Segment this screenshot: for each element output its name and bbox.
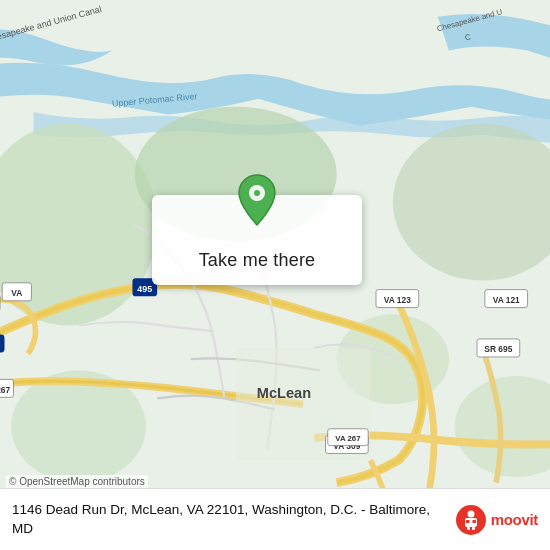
svg-rect-39 (472, 527, 475, 530)
svg-point-36 (467, 510, 474, 517)
svg-text:McLean: McLean (257, 385, 311, 401)
svg-rect-38 (467, 527, 470, 530)
svg-text:495: 495 (137, 284, 152, 294)
take-me-there-label: Take me there (199, 250, 316, 271)
svg-text:SR 695: SR 695 (484, 344, 512, 354)
moovit-logo: moovit (455, 504, 538, 536)
map-attribution: © OpenStreetMap contributors (6, 475, 148, 488)
map-pin-icon (235, 173, 279, 230)
svg-text:VA: VA (11, 288, 22, 298)
svg-rect-40 (466, 520, 470, 523)
svg-rect-41 (472, 520, 476, 523)
map-container: Chesapeake and Union Canal Upper Potomac… (0, 0, 550, 550)
address-text: 1146 Dead Run Dr, McLean, VA 22101, Wash… (12, 501, 455, 539)
svg-text:VA 121: VA 121 (493, 295, 520, 305)
svg-text:VA 123: VA 123 (384, 295, 411, 305)
moovit-logo-icon (455, 504, 487, 536)
moovit-logo-text: moovit (491, 511, 538, 528)
svg-text:VA 267: VA 267 (0, 385, 11, 395)
take-me-there-button[interactable]: Take me there (152, 195, 362, 285)
svg-text:VA 267: VA 267 (335, 434, 361, 443)
bottom-bar: 1146 Dead Run Dr, McLean, VA 22101, Wash… (0, 488, 550, 550)
svg-point-34 (254, 190, 260, 196)
svg-rect-12 (0, 334, 4, 352)
